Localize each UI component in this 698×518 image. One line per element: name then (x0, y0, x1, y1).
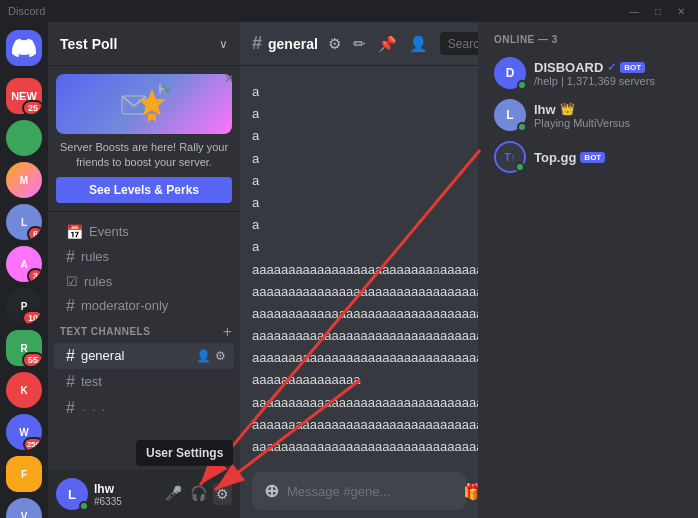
header-actions: ⚙ ✏ 📌 👤 🔍 🖥 ? (328, 32, 478, 55)
badge-s9: 256 (23, 437, 42, 450)
pin-icon[interactable]: 📌 (378, 35, 397, 53)
chevron-down-icon: ∨ (219, 37, 228, 51)
chat-input-box: ⊕ 🎁 GIF 📄 😊 (252, 472, 466, 510)
edit-icon[interactable]: ✏ (353, 35, 366, 53)
avatar-topgg: T↑ (494, 141, 526, 173)
server-sidebar: NEW 25 M L 6 A 3 P 10 R 55 (0, 22, 48, 518)
online-user-lhw[interactable]: L lhw 👑 Playing MultiVersus (486, 95, 690, 135)
status-dot-topgg (515, 162, 525, 172)
msg-long8: aaaaaaaaaaaaaaaaaaaaaaaaaaaaaaaaaaaaa (252, 415, 466, 435)
channel-rules-hash[interactable]: # rules (54, 244, 234, 270)
add-channel-btn[interactable]: + (223, 323, 232, 341)
input-actions: 🎁 GIF 📄 😊 (463, 482, 478, 501)
hash-icon: # (66, 248, 75, 266)
maximize-btn[interactable]: □ (650, 4, 666, 19)
msg-long5: aaaaaaaaaaaaaaaaaaaaaaaaaaaaaaaaaa (252, 348, 466, 368)
settings-icon[interactable]: ⚙ (215, 349, 226, 363)
channel-name-mod: moderator-only (81, 298, 226, 313)
user-info: lhw #6335 (94, 482, 157, 507)
app-title: Discord (8, 5, 45, 17)
channel-name-rules1: rules (81, 249, 226, 264)
msg-a6: a (252, 193, 466, 213)
server-icon-s10[interactable]: F (6, 456, 42, 492)
status-dot-lhw (517, 122, 527, 132)
msg-long1: aaaaaaaaaaaaaaaaaaaaaaaaaaaaaaaa (252, 260, 466, 280)
threads-icon[interactable]: ⚙ (328, 35, 341, 53)
server-icon-s2[interactable] (6, 120, 42, 156)
members-icon[interactable]: 👤 (409, 35, 428, 53)
topgg-name: Top.gg (534, 150, 576, 165)
online-user-topgg[interactable]: T↑ Top.gg BOT (486, 137, 690, 177)
hash-icon-more: # (66, 399, 77, 417)
messages-area: a a a a a a a a aaaaaaaaaaaaaaaaaaaaaaaa… (240, 66, 478, 464)
boost-btn[interactable]: See Levels & Perks (56, 177, 232, 203)
user-info-disboard: DISBOARD ✓ BOT /help | 1,371,369 servers (534, 60, 682, 87)
boost-text: Server Boosts are here! Rally your frien… (56, 140, 232, 171)
section-label-text-channels: TEXT CHANNELS (60, 326, 150, 337)
minimize-btn[interactable]: — (624, 4, 644, 19)
deafen-btn[interactable]: 🎧 (188, 483, 209, 505)
server-icon-s3[interactable]: M (6, 162, 42, 198)
search-input[interactable] (448, 37, 478, 51)
window-controls: — □ ✕ (624, 4, 690, 19)
boost-close-btn[interactable]: ✕ (224, 72, 234, 86)
user-info-lhw: lhw 👑 Playing MultiVersus (534, 102, 682, 129)
msg-long2: aaaaaaaaaaaaaaaaaaaaaaaaaaaaaaaaaaaa (252, 282, 466, 302)
msg-a5: a (252, 171, 466, 191)
user-info-topgg: Top.gg BOT (534, 150, 682, 165)
msg-long3: aaaaaaaaaaaaaaaaaaaaaaaaaaaaaaaaaaaaa (252, 304, 466, 324)
invite-icon[interactable]: 👤 (196, 349, 211, 363)
user-tag-display: #6335 (94, 496, 157, 507)
badge-s5: 3 (27, 268, 42, 282)
avatar-lhw: L (494, 99, 526, 131)
section-header-text-channels[interactable]: TEXT CHANNELS + (48, 319, 240, 343)
bot-badge-topgg: BOT (580, 152, 605, 163)
channel-moderator-only[interactable]: # moderator-only (54, 293, 234, 319)
badge-s4: 6 (27, 226, 42, 240)
channel-general-actions: 👤 ⚙ (196, 349, 226, 363)
chat-header: # general ⚙ ✏ 📌 👤 🔍 🖥 ? (240, 22, 478, 66)
check-icon: ☑ (66, 274, 78, 289)
boost-banner: ✕ Server Boosts are here! Rall (48, 66, 240, 212)
user-area: L lhw #6335 🎤 🎧 ⚙ (48, 470, 240, 518)
server-icon-s9[interactable]: W 256 (6, 414, 42, 450)
msg-a1: a (252, 82, 466, 102)
chat-area: # general ⚙ ✏ 📌 👤 🔍 🖥 ? (240, 22, 478, 518)
msg-a8: a (252, 237, 466, 257)
gift-icon[interactable]: 🎁 (463, 482, 478, 501)
channel-test[interactable]: # test (54, 369, 234, 395)
user-avatar: L (56, 478, 88, 510)
msg-long7: aaaaaaaaaaaaaaaaaaaaaaaaaaaaaaaaaaaaaa (252, 393, 466, 413)
server-icon-s4[interactable]: L 6 (6, 204, 42, 240)
server-icon-s11[interactable]: V 18 (6, 498, 42, 518)
calendar-icon: 📅 (66, 224, 83, 240)
server-icon-s7[interactable]: R 55 (6, 330, 42, 366)
channel-more[interactable]: # . . . (54, 395, 234, 421)
channel-name-events: Events (89, 224, 226, 239)
username-lhw: lhw 👑 (534, 102, 682, 117)
user-settings-btn[interactable]: ⚙ (213, 483, 232, 505)
badge-s6: 10 (22, 310, 42, 324)
server-icon-s5[interactable]: A 3 (6, 246, 42, 282)
channel-rules-check[interactable]: ☑ rules (54, 270, 234, 293)
server-icon-s6[interactable]: P 10 (6, 288, 42, 324)
message-input[interactable] (287, 484, 455, 499)
channel-list: 📅 Events # rules ☑ rules # moderator-onl… (48, 212, 240, 470)
chat-header-channel: # general (252, 33, 318, 54)
chat-input-area: ⊕ 🎁 GIF 📄 😊 (240, 464, 478, 518)
server-name-bar[interactable]: Test Poll ∨ (48, 22, 240, 66)
mute-btn[interactable]: 🎤 (163, 483, 184, 505)
close-btn[interactable]: ✕ (672, 4, 690, 19)
boost-image (56, 74, 232, 134)
channel-general[interactable]: # general 👤 ⚙ (54, 343, 234, 369)
server-icon-s8[interactable]: K (6, 372, 42, 408)
server-icon-discord[interactable] (6, 30, 42, 66)
channel-events[interactable]: 📅 Events (54, 220, 234, 244)
bot-badge-disboard: BOT (620, 62, 645, 73)
user-settings-tooltip: User Settings (136, 440, 233, 466)
server-icon-s1[interactable]: NEW 25 (6, 78, 42, 114)
msg-a2: a (252, 104, 466, 124)
msg-long6: aaaaaaaaaaaaaaa (252, 370, 466, 390)
add-file-btn[interactable]: ⊕ (264, 480, 279, 502)
online-user-disboard[interactable]: D DISBOARD ✓ BOT /help | 1,371,369 serve… (486, 53, 690, 93)
